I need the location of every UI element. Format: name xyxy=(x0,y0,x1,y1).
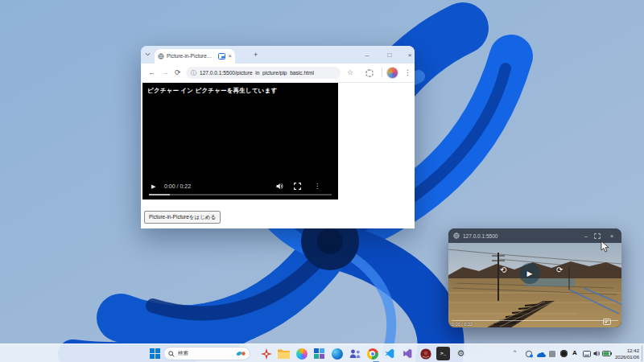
update-tray-icon[interactable] xyxy=(525,350,533,358)
window-close-button[interactable]: × xyxy=(404,49,415,60)
address-bar[interactable]: ⓘ 127.0.0.1:5500/picture_in_picture/pip_… xyxy=(186,67,341,79)
copilot-icon[interactable] xyxy=(295,347,308,360)
pip-progress-bar[interactable] xyxy=(452,320,618,321)
onedrive-icon[interactable] xyxy=(536,351,546,357)
search-label: 検索 xyxy=(178,350,233,357)
visual-studio-icon[interactable] xyxy=(401,347,415,360)
start-button[interactable] xyxy=(148,347,162,360)
volume-tray-icon[interactable] xyxy=(593,350,601,357)
photos-mosaic-icon[interactable] xyxy=(312,347,326,360)
touch-keyboard-icon[interactable] xyxy=(583,351,591,357)
settings-gear-icon[interactable]: ⚙ xyxy=(454,347,468,360)
pip-titlebar[interactable]: 127.0.0.1:5500 – × xyxy=(448,228,621,243)
video-play-icon[interactable]: ▶ xyxy=(151,183,155,189)
profile-avatar[interactable] xyxy=(386,67,398,79)
video-buffered-segment xyxy=(149,194,170,195)
pip-minimize-button[interactable]: – xyxy=(581,233,591,239)
clock-date: 2026/01/06 xyxy=(615,354,639,360)
search-icon xyxy=(168,351,175,357)
video-progress-bar[interactable] xyxy=(149,194,332,195)
browser-window: Picture-in-Picture（基本） × + – □ × ← → ⟳ ⓘ… xyxy=(141,46,415,228)
mouse-cursor xyxy=(601,241,609,253)
pip-play-button[interactable]: ▶ xyxy=(519,263,540,284)
tab-title: Picture-in-Picture（基本） xyxy=(167,53,216,60)
forward-button: → xyxy=(162,69,169,76)
pip-video-frame[interactable] xyxy=(448,243,621,327)
tab-strip: Picture-in-Picture（基本） × + – □ × xyxy=(141,46,415,64)
rad-studio-icon[interactable] xyxy=(419,347,432,360)
video-more-icon[interactable]: ⋮ xyxy=(314,183,320,190)
video-volume-icon[interactable] xyxy=(276,183,283,190)
terminal-glyph: >_ xyxy=(440,351,446,356)
active-tab[interactable]: Picture-in-Picture（基本） × xyxy=(155,49,235,64)
chrome-icon[interactable] xyxy=(365,347,379,360)
pip-title: 127.0.0.1:5500 xyxy=(463,233,578,239)
tab-favicon-globe-icon xyxy=(158,53,164,60)
pip-window[interactable]: 127.0.0.1:5500 – × xyxy=(448,228,621,327)
desktop: Picture-in-Picture（基本） × + – □ × ← → ⟳ ⓘ… xyxy=(0,0,644,362)
taskbar-search-box[interactable]: 検索 xyxy=(163,347,250,360)
tray-expand-chevron[interactable]: ^ xyxy=(514,349,516,355)
pip-indicator-icon xyxy=(218,53,225,60)
bookmark-star-icon[interactable]: ☆ xyxy=(347,69,353,76)
vscode-icon[interactable] xyxy=(383,347,397,360)
browser-menu-icon[interactable]: ⋮ xyxy=(404,69,411,76)
ime-indicator[interactable]: A xyxy=(572,349,577,356)
back-button[interactable]: ← xyxy=(148,69,155,76)
taskbar: 検索 xyxy=(0,343,644,362)
pip-play-icon: ▶ xyxy=(527,270,533,278)
window-minimize-button[interactable]: – xyxy=(361,49,373,60)
pip-globe-icon xyxy=(453,232,460,239)
toolbar-divider xyxy=(382,68,382,77)
reload-button[interactable]: ⟳ xyxy=(175,69,181,76)
pinwheel-app-icon[interactable] xyxy=(259,347,273,360)
teams-icon[interactable] xyxy=(348,347,361,360)
pip-expand-icon[interactable] xyxy=(594,233,604,239)
browser-extensions-icon[interactable] xyxy=(365,69,374,77)
recorder-tray-icon[interactable] xyxy=(560,350,568,357)
new-tab-button[interactable]: + xyxy=(254,51,258,59)
terminal-icon[interactable]: >_ xyxy=(436,347,450,360)
battery-icon[interactable] xyxy=(602,351,612,356)
pip-replay-icon[interactable]: ⟲ xyxy=(500,266,506,274)
video-fullscreen-icon[interactable] xyxy=(294,183,301,190)
tab-search-chevron-icon[interactable] xyxy=(145,52,151,56)
pip-time: 0:00 / 0:22 xyxy=(452,322,473,327)
url-text: 127.0.0.1:5500/picture_in_picture/pip_ba… xyxy=(200,70,314,76)
pip-back-to-tab-icon[interactable] xyxy=(603,319,611,325)
taskbar-clock[interactable]: 12:42 2026/01/06 xyxy=(615,348,639,360)
edge-icon[interactable] xyxy=(330,347,344,360)
video-overlay-text: ピクチャー イン ピクチャーを再生しています xyxy=(147,87,277,95)
tab-close-icon[interactable]: × xyxy=(228,53,232,60)
window-maximize-button[interactable]: □ xyxy=(384,49,395,60)
pip-close-button[interactable]: × xyxy=(607,233,617,239)
search-highlight-icon xyxy=(236,350,246,357)
site-info-icon[interactable]: ⓘ xyxy=(191,69,196,77)
video-time: 0:00 / 0:22 xyxy=(164,183,191,189)
clock-time: 12:42 xyxy=(615,348,639,354)
start-pip-button[interactable]: Picture-in-Pictureをはじめる xyxy=(144,211,221,224)
video-player[interactable]: ピクチャー イン ピクチャーを再生しています ▶ 0:00 / 0:22 ⋮ xyxy=(142,83,338,200)
file-explorer-icon[interactable] xyxy=(277,347,291,360)
app-square-tray-icon[interactable] xyxy=(549,351,555,357)
pip-forward-icon[interactable]: ⟳ xyxy=(556,266,563,274)
